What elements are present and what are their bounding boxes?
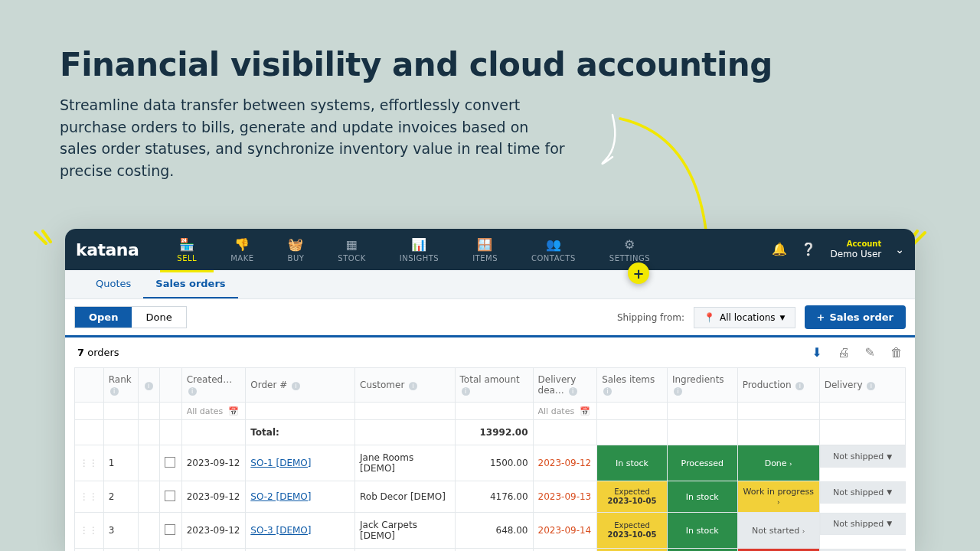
table-row: ⋮⋮32023-09-12SO-3 [DEMO]Jack Carpets [DE… [75,513,906,549]
cell-amount: 1872.00 [455,549,533,552]
cell-created: 2023-09-12 [181,549,246,552]
cell-customer: Rob Decor [DEMO] [355,481,456,513]
col-header[interactable]: Order # i [246,368,355,403]
table-row: ⋮⋮12023-09-12SO-1 [DEMO]Jane Rooms [DEMO… [75,445,906,481]
filter-created[interactable] [187,406,241,416]
cell-deadline: 2023-09-13 [533,549,597,552]
make-icon: 👎 [234,237,250,252]
app-window: katana 🏪SELL👎MAKE🧺BUY▦STOCK📊INSIGHTS🪟ITE… [65,229,915,551]
delete-icon[interactable]: 🗑 [890,345,903,360]
delivery-dropdown[interactable]: Not shipped ▼ [820,549,906,552]
col-header[interactable] [160,368,182,403]
subtab-sales-orders[interactable]: Sales orders [143,270,237,298]
bell-icon[interactable]: 🔔 [772,242,787,256]
contacts-icon: 👥 [546,237,562,252]
cell-amount: 648.00 [455,513,533,549]
location-filter[interactable]: 📍 All locations ▼ [694,307,795,328]
order-link[interactable]: SO-1 [DEMO] [250,458,311,468]
col-header[interactable]: Total amount i [455,368,533,403]
status-instock: In stock [667,549,737,552]
order-count: 7 orders [77,347,119,358]
filter-customer[interactable] [360,406,450,416]
nav-settings[interactable]: ⚙SETTINGS [593,233,667,267]
sell-icon: 🏪 [179,237,195,252]
table-row: ⋮⋮22023-09-12SO-2 [DEMO]Rob Decor [DEMO]… [75,481,906,513]
col-header[interactable]: Production i [737,368,819,403]
edit-icon[interactable]: ✎ [865,345,875,360]
table-row: ⋮⋮42023-09-12SO-4 [DEMO]Jack Carpets [DE… [75,549,906,552]
cell-rank: 1 [103,445,138,481]
status-wip: Work in progress › [737,481,819,513]
nav-contacts[interactable]: 👥CONTACTS [514,233,593,267]
hero-title: Financial visibility and cloud accountin… [60,46,920,83]
nav-items[interactable]: 🪟ITEMS [456,233,514,267]
status-done: Done › [737,445,819,481]
print-icon[interactable]: 🖨 [838,345,850,360]
orders-table: Rank iiCreated… iOrder # iCustomer iTota… [74,367,906,551]
cell-rank: 2 [103,481,138,513]
col-header[interactable]: Rank i [103,368,138,403]
cell-deadline: 2023-09-14 [533,513,597,549]
nav-sell[interactable]: 🏪SELL [160,233,214,267]
col-header[interactable]: Customer i [355,368,456,403]
col-header[interactable]: Sales items i [597,368,668,403]
drag-handle[interactable]: ⋮⋮ [75,513,104,549]
drag-handle[interactable]: ⋮⋮ [75,445,104,481]
stock-icon: ▦ [346,237,358,252]
nav-stock[interactable]: ▦STOCK [321,233,382,267]
col-header[interactable]: i [138,368,160,403]
chevron-down-icon[interactable]: ⌄ [895,243,904,256]
col-header[interactable] [75,368,104,403]
plus-icon: + [817,311,825,323]
row-checkbox[interactable] [165,457,175,468]
order-link[interactable]: SO-2 [DEMO] [250,491,311,502]
filter-deadline[interactable] [538,406,593,416]
pill-open[interactable]: Open [75,307,132,328]
col-header[interactable]: Delivery i [819,368,905,403]
drag-handle[interactable]: ⋮⋮ [75,549,104,552]
filter-order[interactable] [250,406,350,416]
download-icon[interactable]: ⬇ [812,345,822,360]
delivery-dropdown[interactable]: Not shipped ▼ [820,481,906,504]
cell-deadline: 2023-09-13 [533,481,597,513]
status-instock: In stock [597,445,668,481]
nav-buy[interactable]: 🧺BUY [271,233,322,267]
drag-handle[interactable]: ⋮⋮ [75,481,104,513]
new-sales-order-button[interactable]: + Sales order [805,305,906,329]
order-link[interactable]: SO-3 [DEMO] [250,525,311,536]
caret-down-icon: ▼ [780,314,786,321]
cell-rank: 3 [103,513,138,549]
row-checkbox[interactable] [165,491,175,501]
status-blocked: Blocked › [737,549,819,552]
account-menu[interactable]: Account Demo User [830,240,881,259]
shipping-from-label: Shipping from: [617,312,684,323]
status-instock: In stock [667,481,737,513]
col-header[interactable]: Delivery dea… i [533,368,597,403]
col-header[interactable]: Created… i [181,368,246,403]
row-checkbox[interactable] [165,524,175,535]
total-label: Total: [246,420,355,445]
buy-icon: 🧺 [288,237,304,252]
status-notstarted: Not started › [737,513,819,549]
subtab-quotes[interactable]: Quotes [83,270,143,298]
settings-icon: ⚙ [624,237,635,252]
status-expected: Expected2023-10-05 [597,481,668,513]
col-header[interactable]: Ingredients i [667,368,737,403]
cell-amount: 4176.00 [455,481,533,513]
filter-amount[interactable] [460,406,528,416]
delivery-dropdown[interactable]: Not shipped ▼ [820,445,906,468]
fab-add-button[interactable]: + [628,262,649,284]
insights-icon: 📊 [411,237,427,252]
status-instock: In stock [667,513,737,549]
delivery-dropdown[interactable]: Not shipped ▼ [820,513,906,535]
help-icon[interactable]: ❔ [801,242,816,256]
total-amount: 13992.00 [455,420,533,445]
nav-insights[interactable]: 📊INSIGHTS [383,233,456,267]
logo: katana [76,240,139,259]
hero-subtitle: Streamline data transfer between systems… [60,94,565,181]
pill-done[interactable]: Done [132,307,185,328]
cell-amount: 1500.00 [455,445,533,481]
items-icon: 🪟 [477,237,493,252]
nav-make[interactable]: 👎MAKE [214,233,270,267]
cell-created: 2023-09-12 [181,513,246,549]
